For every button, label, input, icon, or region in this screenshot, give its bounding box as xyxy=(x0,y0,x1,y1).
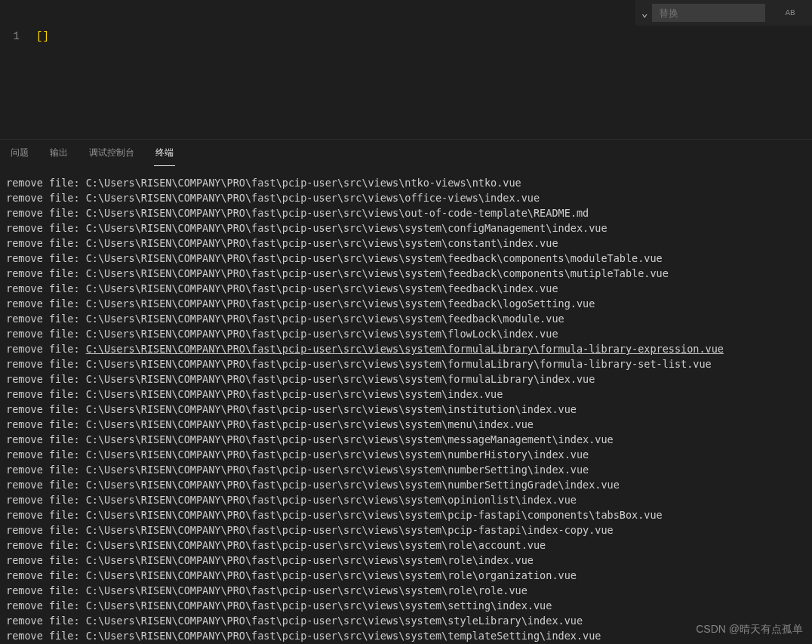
chevron-down-icon[interactable]: ⌄ xyxy=(641,7,647,20)
terminal-prefix: remove file: xyxy=(6,220,86,236)
terminal-prefix: remove file: xyxy=(6,341,86,356)
terminal-prefix: remove file: xyxy=(6,296,86,311)
terminal-line: remove file: C:\Users\RISEN\COMPANY\PRO\… xyxy=(6,175,806,190)
terminal-path: C:\Users\RISEN\COMPANY\PRO\fast\pcip-use… xyxy=(86,236,558,251)
terminal-path: C:\Users\RISEN\COMPANY\PRO\fast\pcip-use… xyxy=(86,432,614,447)
terminal-line: remove file: C:\Users\RISEN\COMPANY\PRO\… xyxy=(6,205,806,220)
terminal-line: remove file: C:\Users\RISEN\COMPANY\PRO\… xyxy=(6,251,806,266)
terminal-prefix: remove file: xyxy=(6,553,86,568)
editor-area: ⌄ AB 1 [] xyxy=(0,0,812,139)
terminal-line: remove file: C:\Users\RISEN\COMPANY\PRO\… xyxy=(6,266,806,281)
line-number: 1 xyxy=(0,30,36,49)
terminal-prefix: remove file: xyxy=(6,175,86,190)
terminal-output[interactable]: remove file: C:\Users\RISEN\COMPANY\PRO\… xyxy=(0,166,812,643)
terminal-path: C:\Users\RISEN\COMPANY\PRO\fast\pcip-use… xyxy=(86,296,595,311)
terminal-line: remove file: C:\Users\RISEN\COMPANY\PRO\… xyxy=(6,356,806,371)
terminal-prefix: remove file: xyxy=(6,432,86,447)
terminal-prefix: remove file: xyxy=(6,507,86,522)
terminal-line: remove file: C:\Users\RISEN\COMPANY\PRO\… xyxy=(6,462,806,477)
terminal-line: remove file: C:\Users\RISEN\COMPANY\PRO\… xyxy=(6,613,806,628)
terminal-prefix: remove file: xyxy=(6,190,86,205)
terminal-prefix: remove file: xyxy=(6,266,86,281)
terminal-prefix: remove file: xyxy=(6,387,86,402)
terminal-prefix: remove file: xyxy=(6,417,86,432)
terminal-line: remove file: C:\Users\RISEN\COMPANY\PRO\… xyxy=(6,583,806,598)
terminal-prefix: remove file: xyxy=(6,568,86,583)
terminal-path: C:\Users\RISEN\COMPANY\PRO\fast\pcip-use… xyxy=(86,613,583,628)
panel-area: 问题 输出 调试控制台 终端 remove file: C:\Users\RIS… xyxy=(0,139,812,644)
terminal-path[interactable]: C:\Users\RISEN\COMPANY\PRO\fast\pcip-use… xyxy=(86,341,724,356)
terminal-line: remove file: C:\Users\RISEN\COMPANY\PRO\… xyxy=(6,281,806,296)
replace-widget: ⌄ AB xyxy=(635,0,812,26)
code-content: [] xyxy=(36,30,49,49)
terminal-path: C:\Users\RISEN\COMPANY\PRO\fast\pcip-use… xyxy=(86,205,589,220)
terminal-prefix: remove file: xyxy=(6,236,86,251)
terminal-prefix: remove file: xyxy=(6,583,86,598)
terminal-line: remove file: C:\Users\RISEN\COMPANY\PRO\… xyxy=(6,311,806,326)
tab-output[interactable]: 输出 xyxy=(48,140,69,165)
terminal-line: remove file: C:\Users\RISEN\COMPANY\PRO\… xyxy=(6,371,806,387)
terminal-prefix: remove file: xyxy=(6,598,86,613)
terminal-line: remove file: C:\Users\RISEN\COMPANY\PRO\… xyxy=(6,522,806,538)
terminal-line: remove file: C:\Users\RISEN\COMPANY\PRO\… xyxy=(6,447,806,462)
terminal-path: C:\Users\RISEN\COMPANY\PRO\fast\pcip-use… xyxy=(86,522,614,538)
terminal-path: C:\Users\RISEN\COMPANY\PRO\fast\pcip-use… xyxy=(86,553,534,568)
terminal-line: remove file: C:\Users\RISEN\COMPANY\PRO\… xyxy=(6,417,806,432)
terminal-path: C:\Users\RISEN\COMPANY\PRO\fast\pcip-use… xyxy=(86,356,712,371)
panel-tabs: 问题 输出 调试控制台 终端 xyxy=(0,140,812,166)
terminal-line: remove file: C:\Users\RISEN\COMPANY\PRO\… xyxy=(6,507,806,522)
terminal-prefix: remove file: xyxy=(6,522,86,538)
terminal-path: C:\Users\RISEN\COMPANY\PRO\fast\pcip-use… xyxy=(86,492,577,507)
terminal-prefix: remove file: xyxy=(6,311,86,326)
tab-problems[interactable]: 问题 xyxy=(9,140,30,165)
terminal-path: C:\Users\RISEN\COMPANY\PRO\fast\pcip-use… xyxy=(86,281,558,296)
terminal-path: C:\Users\RISEN\COMPANY\PRO\fast\pcip-use… xyxy=(86,371,595,387)
terminal-path: C:\Users\RISEN\COMPANY\PRO\fast\pcip-use… xyxy=(86,447,589,462)
terminal-path: C:\Users\RISEN\COMPANY\PRO\fast\pcip-use… xyxy=(86,477,620,492)
terminal-line: remove file: C:\Users\RISEN\COMPANY\PRO\… xyxy=(6,568,806,583)
tab-debug-console[interactable]: 调试控制台 xyxy=(88,140,136,165)
terminal-line: remove file: C:\Users\RISEN\COMPANY\PRO\… xyxy=(6,492,806,507)
terminal-path: C:\Users\RISEN\COMPANY\PRO\fast\pcip-use… xyxy=(86,417,534,432)
terminal-prefix: remove file: xyxy=(6,538,86,553)
terminal-prefix: remove file: xyxy=(6,251,86,266)
terminal-line: remove file: C:\Users\RISEN\COMPANY\PRO\… xyxy=(6,190,806,205)
terminal-line: remove file: C:\Users\RISEN\COMPANY\PRO\… xyxy=(6,628,806,643)
terminal-prefix: remove file: xyxy=(6,356,86,371)
terminal-prefix: remove file: xyxy=(6,402,86,417)
terminal-path: C:\Users\RISEN\COMPANY\PRO\fast\pcip-use… xyxy=(86,311,564,326)
terminal-path: C:\Users\RISEN\COMPANY\PRO\fast\pcip-use… xyxy=(86,220,607,236)
terminal-path: C:\Users\RISEN\COMPANY\PRO\fast\pcip-use… xyxy=(86,326,558,341)
terminal-path: C:\Users\RISEN\COMPANY\PRO\fast\pcip-use… xyxy=(86,598,552,613)
terminal-line: remove file: C:\Users\RISEN\COMPANY\PRO\… xyxy=(6,236,806,251)
terminal-prefix: remove file: xyxy=(6,447,86,462)
terminal-line: remove file: C:\Users\RISEN\COMPANY\PRO\… xyxy=(6,402,806,417)
terminal-path: C:\Users\RISEN\COMPANY\PRO\fast\pcip-use… xyxy=(86,175,521,190)
terminal-prefix: remove file: xyxy=(6,326,86,341)
terminal-prefix: remove file: xyxy=(6,205,86,220)
terminal-path: C:\Users\RISEN\COMPANY\PRO\fast\pcip-use… xyxy=(86,190,540,205)
terminal-line: remove file: C:\Users\RISEN\COMPANY\PRO\… xyxy=(6,538,806,553)
terminal-line: remove file: C:\Users\RISEN\COMPANY\PRO\… xyxy=(6,477,806,492)
terminal-path: C:\Users\RISEN\COMPANY\PRO\fast\pcip-use… xyxy=(86,387,503,402)
terminal-line: remove file: C:\Users\RISEN\COMPANY\PRO\… xyxy=(6,598,806,613)
replace-input[interactable] xyxy=(652,4,765,22)
terminal-prefix: remove file: xyxy=(6,492,86,507)
terminal-line: remove file: C:\Users\RISEN\COMPANY\PRO\… xyxy=(6,432,806,447)
terminal-line: remove file: C:\Users\RISEN\COMPANY\PRO\… xyxy=(6,387,806,402)
terminal-line: remove file: C:\Users\RISEN\COMPANY\PRO\… xyxy=(6,553,806,568)
watermark: CSDN @晴天有点孤单 xyxy=(696,623,803,636)
preserve-case-icon[interactable]: AB xyxy=(785,8,795,17)
terminal-path: C:\Users\RISEN\COMPANY\PRO\fast\pcip-use… xyxy=(86,266,669,281)
terminal-prefix: remove file: xyxy=(6,371,86,387)
terminal-line: remove file: C:\Users\RISEN\COMPANY\PRO\… xyxy=(6,220,806,236)
terminal-path: C:\Users\RISEN\COMPANY\PRO\fast\pcip-use… xyxy=(86,462,589,477)
terminal-path: C:\Users\RISEN\COMPANY\PRO\fast\pcip-use… xyxy=(86,402,577,417)
terminal-path: C:\Users\RISEN\COMPANY\PRO\fast\pcip-use… xyxy=(86,568,577,583)
tab-terminal[interactable]: 终端 xyxy=(154,140,175,166)
terminal-prefix: remove file: xyxy=(6,281,86,296)
terminal-prefix: remove file: xyxy=(6,613,86,628)
terminal-line: remove file: C:\Users\RISEN\COMPANY\PRO\… xyxy=(6,296,806,311)
terminal-line: remove file: C:\Users\RISEN\COMPANY\PRO\… xyxy=(6,326,806,341)
terminal-path: C:\Users\RISEN\COMPANY\PRO\fast\pcip-use… xyxy=(86,507,663,522)
